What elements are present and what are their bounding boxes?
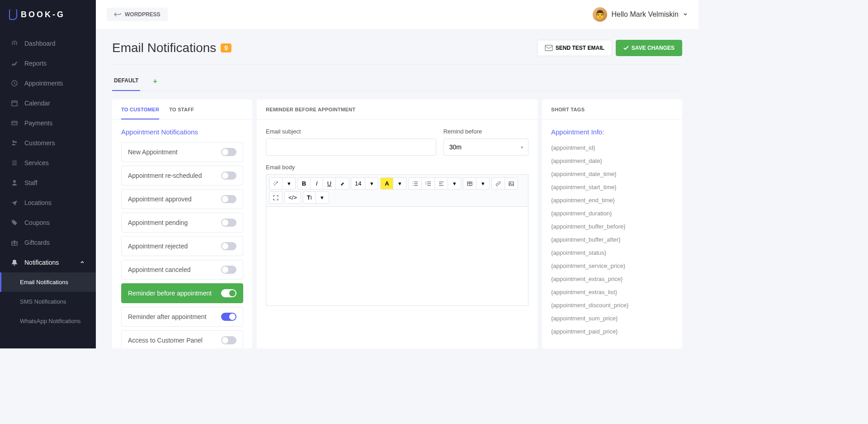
wand-icon	[273, 181, 278, 186]
tag-item[interactable]: {appointment_date_time}	[551, 167, 673, 181]
toggle[interactable]	[221, 313, 236, 321]
nav: Dashboard Reports Appointments Calendar …	[0, 29, 96, 335]
nav-label: Dashboard	[24, 40, 56, 47]
nav-sub-email[interactable]: Email Notifications	[0, 272, 96, 292]
tag-item[interactable]: {appointment_buffer_after}	[551, 233, 673, 246]
tb-italic[interactable]: I	[311, 178, 323, 189]
tag-item[interactable]: {appointment_paid_price}	[551, 325, 673, 338]
nav-sub-sms[interactable]: SMS Notifications	[0, 292, 96, 311]
tb-fontsize-dd[interactable]: ▾	[365, 178, 378, 189]
tb-align[interactable]	[435, 178, 448, 189]
nav-sub-whatsapp[interactable]: WhatsApp Notifications	[0, 311, 96, 331]
divider	[112, 64, 682, 65]
panel-recipients: TO CUSTOMER TO STAFF Appointment Notific…	[112, 100, 252, 348]
nav-item-services[interactable]: Services	[0, 153, 96, 173]
tb-code[interactable]: </>	[285, 192, 301, 203]
notif-item[interactable]: Access to Customer Panel	[121, 330, 243, 348]
align-icon	[439, 181, 444, 186]
tb-ul[interactable]	[409, 178, 422, 189]
nav-item-payments[interactable]: Payments	[0, 113, 96, 133]
tab-add[interactable]: +	[151, 73, 159, 91]
editor-body[interactable]	[266, 206, 528, 306]
tb-table[interactable]	[463, 178, 476, 189]
notif-label: Reminder after appointment	[128, 313, 207, 320]
page-title-text: Email Notifications	[112, 41, 216, 55]
wordpress-button[interactable]: WORDPRESS	[107, 8, 168, 21]
notif-item[interactable]: Appointment canceled	[121, 260, 243, 280]
tag-item[interactable]: {appointment_id}	[551, 141, 673, 154]
tb-magic-dd[interactable]: ▾	[283, 178, 295, 189]
tb-fullscreen[interactable]	[269, 192, 282, 203]
tb-underline[interactable]: U	[323, 178, 336, 189]
nav-item-locations[interactable]: Locations	[0, 193, 96, 213]
tb-erase[interactable]	[336, 178, 349, 189]
notif-item[interactable]: Reminder before appointment	[121, 283, 243, 303]
tb-ol[interactable]: 12	[422, 178, 435, 189]
tb-clear[interactable]: TI	[303, 192, 316, 203]
nav-item-staff[interactable]: Staff	[0, 173, 96, 193]
nav-item-reports[interactable]: Reports	[0, 53, 96, 73]
nav-item-customers[interactable]: Customers	[0, 133, 96, 153]
save-button[interactable]: SAVE CHANGES	[616, 40, 682, 56]
tab-to-staff[interactable]: TO STAFF	[169, 107, 194, 119]
svg-point-3	[13, 141, 15, 143]
tag-item[interactable]: {appointment_duration}	[551, 207, 673, 220]
tb-color-dd[interactable]: ▾	[393, 178, 406, 189]
toggle[interactable]	[221, 242, 236, 250]
remind-label: Remind before	[443, 128, 528, 135]
subject-input[interactable]	[266, 138, 436, 156]
notif-item[interactable]: Appointment re-scheduled	[121, 166, 243, 186]
tag-item[interactable]: {appointment_buffer_before}	[551, 220, 673, 233]
remind-select[interactable]	[443, 138, 528, 156]
tb-table-dd[interactable]: ▾	[476, 178, 489, 189]
tb-color[interactable]: A	[381, 178, 393, 189]
tag-item[interactable]: {appointment_extras_list}	[551, 286, 673, 299]
nav-item-dashboard[interactable]: Dashboard	[0, 33, 96, 53]
toggle[interactable]	[221, 195, 236, 203]
tab-to-customer[interactable]: TO CUSTOMER	[121, 107, 159, 119]
logo-icon	[9, 9, 17, 20]
nav-item-giftcards[interactable]: Giftcards	[0, 233, 96, 252]
notif-label: Access to Customer Panel	[128, 337, 203, 344]
toggle[interactable]	[221, 219, 236, 227]
toggle[interactable]	[221, 266, 236, 274]
greeting: Hello Mark Velmiskin	[612, 10, 679, 19]
notif-item[interactable]: New Appointment	[121, 142, 243, 162]
tab-default[interactable]: DEFAULT	[112, 73, 140, 91]
page-title: Email Notifications 9	[112, 41, 231, 55]
tb-bold[interactable]: B	[298, 178, 311, 189]
tag-item[interactable]: {appointment_start_time}	[551, 181, 673, 194]
nav-item-notifications[interactable]: Notifications	[0, 252, 96, 272]
nav-item-appointments[interactable]: Appointments	[0, 73, 96, 93]
tag-item[interactable]: {appointment_sum_price}	[551, 312, 673, 325]
tb-align-dd[interactable]: ▾	[448, 178, 461, 189]
tb-link[interactable]	[492, 178, 505, 189]
nav-item-calendar[interactable]: Calendar	[0, 93, 96, 113]
toggle[interactable]	[221, 336, 236, 344]
notif-item[interactable]: Appointment pending	[121, 213, 243, 233]
toggle[interactable]	[221, 148, 236, 156]
editor-header: REMINDER BEFORE APPOINTMENT	[266, 107, 355, 112]
link-icon	[495, 181, 501, 186]
tb-clear-dd[interactable]: ▾	[316, 192, 329, 203]
notif-item[interactable]: Appointment approved	[121, 189, 243, 209]
send-test-button[interactable]: SEND TEST EMAIL	[537, 40, 612, 56]
nav-item-coupons[interactable]: Coupons	[0, 213, 96, 233]
tag-item[interactable]: {appointment_service_price}	[551, 259, 673, 272]
tb-fontsize[interactable]: 14	[351, 178, 365, 189]
tb-magic[interactable]	[269, 178, 283, 189]
notif-item[interactable]: Appointment rejected	[121, 236, 243, 256]
user-menu[interactable]: 👨 Hello Mark Velmiskin	[593, 7, 688, 22]
toggle[interactable]	[221, 172, 236, 180]
tag-item[interactable]: {appointment_status}	[551, 246, 673, 259]
tag-item[interactable]: {appointment_date}	[551, 154, 673, 167]
tb-image[interactable]	[505, 178, 518, 189]
toggle[interactable]	[221, 289, 236, 297]
tag-item[interactable]: {appointment_end_time}	[551, 194, 673, 207]
notif-item[interactable]: Reminder after appointment	[121, 307, 243, 327]
clock-icon	[11, 80, 18, 87]
tag-item[interactable]: {appointment_extras_price}	[551, 272, 673, 286]
tag-item[interactable]: {appointment_discount_price}	[551, 299, 673, 312]
logo[interactable]: BOOK-G	[0, 0, 96, 29]
svg-rect-2	[12, 121, 17, 125]
